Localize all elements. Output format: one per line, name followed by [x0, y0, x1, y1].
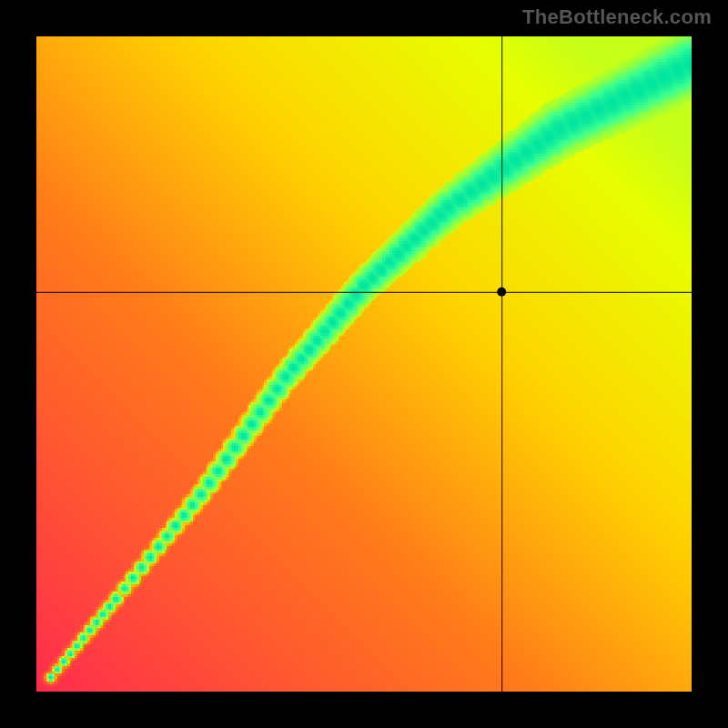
heatmap-plot — [36, 36, 692, 692]
watermark-text: TheBottleneck.com — [522, 5, 712, 29]
chart-frame: TheBottleneck.com — [0, 0, 728, 728]
heatmap-canvas — [36, 36, 692, 692]
